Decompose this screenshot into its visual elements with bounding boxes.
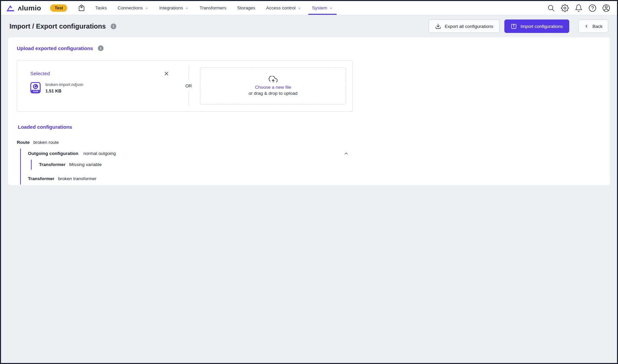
back-button[interactable]: Back: [578, 19, 608, 33]
account-icon[interactable]: [602, 4, 610, 12]
tree-row-transformer: Transformer broken transformer: [28, 175, 353, 182]
selected-file-item: JSON broken-import.ndjson 1.51 KB: [30, 82, 184, 93]
nav-item-system[interactable]: System: [307, 1, 338, 15]
json-file-icon: JSON: [30, 82, 41, 93]
import-export-card: Upload exported configurations i Selecte…: [8, 37, 610, 185]
choose-new-file-link[interactable]: Choose a new file: [255, 85, 291, 90]
nav-utility-icons: [547, 1, 610, 15]
upload-box: Selected JSON: [17, 60, 353, 112]
top-navigation: ʌlumio Test Tasks Connections Integratio…: [1, 1, 617, 15]
nav-item-integrations[interactable]: Integrations: [154, 1, 194, 15]
nav-item-transformers[interactable]: Transformers: [194, 1, 232, 15]
tree-item-name: broken transformer: [58, 176, 96, 181]
loaded-configurations-tree: Route broken route Outgoing configuratio…: [17, 139, 353, 185]
tree-item-name: Missing variable: [69, 162, 102, 167]
alumio-logo-icon: [6, 4, 15, 12]
header-actions: Export all configurations Import configu…: [429, 19, 608, 33]
settings-gear-icon[interactable]: [561, 4, 569, 12]
search-icon[interactable]: [547, 4, 555, 12]
route-children: Outgoing configuration normal outgoing T…: [20, 149, 353, 185]
tree-item-name: broken route: [33, 140, 59, 145]
file-dropzone[interactable]: Choose a new file or drag & drop to uplo…: [200, 67, 346, 105]
remove-file-icon[interactable]: [164, 71, 169, 76]
page-title: Import / Export configurations: [9, 23, 106, 30]
page-info-icon[interactable]: i: [111, 24, 116, 29]
selected-label: Selected: [30, 71, 50, 76]
tree-item-type: Route: [17, 140, 30, 145]
selected-file-name: broken-import.ndjson: [45, 82, 83, 87]
nav-item-storages[interactable]: Storages: [232, 1, 261, 15]
tree-item-type: Outgoing configuration: [28, 151, 78, 156]
upload-section-title: Upload exported configurations i: [17, 45, 601, 51]
outgoing-children: Transformer Missing variable: [31, 160, 353, 170]
export-all-configurations-button[interactable]: Export all configurations: [429, 19, 500, 33]
chevron-down-icon: [298, 6, 301, 10]
collapse-chevron-up-icon[interactable]: [344, 151, 349, 156]
main-menu: Tasks Connections Integrations Transform…: [90, 1, 338, 15]
chevron-down-icon: [329, 6, 333, 10]
nav-item-tasks[interactable]: Tasks: [90, 1, 112, 15]
loaded-section-title: Loaded configurations: [18, 124, 601, 130]
alumio-logo[interactable]: ʌlumio: [6, 1, 41, 15]
or-divider: OR: [184, 60, 194, 111]
selected-file-pane: Selected JSON: [17, 60, 184, 111]
tree-row-inner-transformer: Transformer Missing variable: [39, 161, 353, 168]
tree-item-type: Transformer: [39, 162, 66, 167]
tree-row-outgoing-configuration: Outgoing configuration normal outgoing: [28, 150, 353, 157]
cloud-upload-icon: [269, 76, 278, 83]
upload-icon: [511, 23, 517, 29]
tree-row-route: Route broken route: [17, 139, 353, 146]
nav-item-access-control[interactable]: Access control: [261, 1, 307, 15]
download-icon: [435, 23, 441, 29]
chevron-down-icon: [185, 6, 189, 10]
tree-item-name: normal outgoing: [83, 151, 116, 156]
help-icon[interactable]: [588, 4, 596, 12]
tree-item-type: Transformer: [28, 176, 54, 181]
page-header: Import / Export configurations i Export …: [1, 15, 617, 37]
nav-item-connections[interactable]: Connections: [112, 1, 154, 15]
svg-text:JSON: JSON: [33, 90, 38, 92]
selected-file-size: 1.51 KB: [45, 88, 83, 93]
drag-drop-hint: or drag & drop to upload: [248, 91, 298, 96]
home-icon[interactable]: [77, 4, 86, 12]
chevron-down-icon: [145, 6, 149, 10]
import-configurations-button[interactable]: Import configurations: [504, 19, 569, 33]
alumio-logo-text: ʌlumio: [18, 4, 41, 12]
chevron-left-icon: [584, 24, 589, 29]
environment-badge: Test: [50, 4, 67, 12]
upload-info-icon[interactable]: i: [98, 45, 104, 51]
notifications-bell-icon[interactable]: [575, 4, 583, 12]
or-label: OR: [185, 83, 192, 88]
